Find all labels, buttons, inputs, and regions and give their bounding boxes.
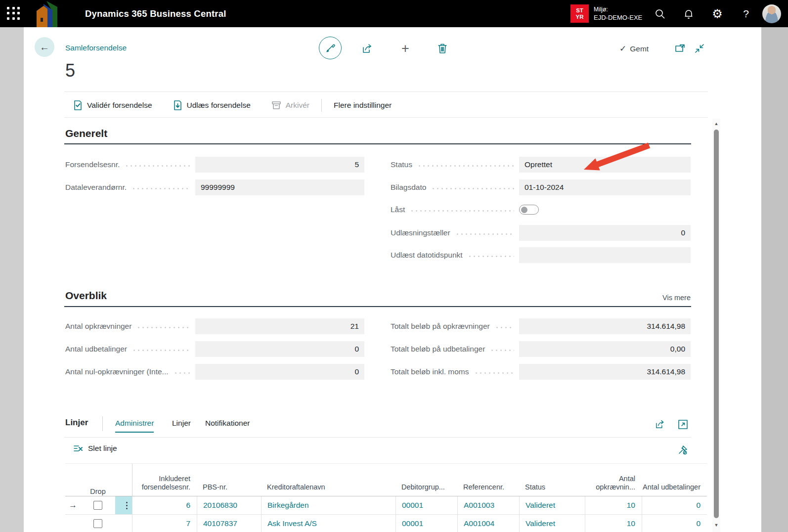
cell-antal-udb[interactable]: 0 [642,496,707,514]
tab-notifikationer[interactable]: Notifikationer [205,419,250,432]
table-row: 7 40107837 Ask Invest A/S 00001 A001004 … [65,515,707,532]
col-drop[interactable]: Drop [81,464,115,496]
general-section-heading: Generelt [65,128,107,139]
status-input[interactable]: Oprettet [519,157,691,173]
dataleverandornr-input[interactable]: 99999999 [195,179,364,195]
col-antal-udbetalinger[interactable]: Antal udbetalinger [642,464,707,496]
cell-kreditor[interactable]: Birkegården [261,496,395,514]
field-total-udbetalinger: Totalt beløb på udbetalinger 0,00 [391,341,691,357]
field-forsendelsesnr: Forsendelsesnr. 5 [65,157,364,173]
save-status-indicator: ✓ Gemt [619,44,649,54]
row-context-menu-icon[interactable] [115,496,132,514]
cell-reference[interactable]: A001004 [457,515,519,532]
bilagsdato-input[interactable]: 01-10-2024 [519,179,691,195]
scrollbar-thumb[interactable] [714,130,719,518]
cell-pbs[interactable]: 20106830 [197,496,261,514]
cell-antal-udb[interactable]: 0 [642,515,707,532]
lines-focus-mode-icon[interactable] [675,417,690,432]
tab-administrer[interactable]: Administrer [115,419,154,433]
page-caption: Samleforsendelse [65,44,127,52]
cell-debitorgrp[interactable]: 00001 [395,515,457,532]
share-button[interactable] [361,41,376,56]
environment-badge[interactable]: STYR [570,4,589,23]
udlaesningstaeller-input[interactable]: 0 [519,225,691,241]
search-icon[interactable] [646,0,674,27]
antal-nul-opkraevninger-value[interactable]: 0 [195,364,364,380]
overview-section-heading: Overblik [65,290,107,302]
forsendelsesnr-input[interactable]: 5 [195,157,364,173]
table-row: → 6 20106830 Birkegården 00001 A001003 V… [65,496,707,515]
total-inkl-moms-value[interactable]: 314.614,98 [519,364,691,380]
new-record-button[interactable]: + [398,41,413,56]
record-title: 5 [65,60,75,81]
pin-part-icon[interactable] [675,443,690,457]
col-inkluderet-forsendelsesnr[interactable]: Inkluderet forsendelsesnr. [132,464,197,496]
help-icon[interactable]: ? [732,0,760,27]
field-antal-udbetalinger: Antal udbetalinger 0 [65,341,364,357]
col-status[interactable]: Status [519,464,585,496]
field-dataleverandornr: Dataleverandørnr. 99999999 [65,179,364,195]
lines-table: Drop Inkluderet forsendelsesnr. PBS-nr. … [65,463,707,532]
cell-status[interactable]: Valideret [519,515,585,532]
archive-button[interactable]: Arkivér [271,100,309,110]
row-checkbox[interactable] [93,519,102,528]
check-icon: ✓ [619,44,626,54]
action-toolbar: Validér forsendelse Udlæs forsendelse Ar… [73,98,392,113]
validate-shipment-button[interactable]: Validér forsendelse [73,100,152,111]
cell-reference[interactable]: A001003 [457,496,519,514]
app-launcher-icon[interactable] [7,7,21,21]
current-row-indicator: → [69,500,77,510]
laast-toggle[interactable] [519,205,539,215]
settings-gear-icon[interactable]: ⚙ [703,0,732,27]
cell-antal-opkr[interactable]: 10 [585,496,642,514]
environment-info[interactable]: Miljø: EJD-DEMO-EXE [594,6,646,21]
page-background-left [0,27,24,532]
col-referencenr[interactable]: Referencenr. [457,464,519,496]
tab-linjer[interactable]: Linjer [172,419,191,432]
cell-kreditor[interactable]: Ask Invest A/S [261,515,395,532]
total-opkraevninger-value[interactable]: 314.614,98 [519,318,691,334]
udlaest-datotidspunkt-input[interactable] [519,247,691,263]
export-shipment-button[interactable]: Udlæs forsendelse [173,100,251,111]
field-udlaest-datotidspunkt: Udlæst datotidspunkt [391,247,691,263]
notifications-bell-icon[interactable] [674,0,703,27]
row-checkbox[interactable] [93,501,102,510]
antal-opkraevninger-value[interactable]: 21 [195,318,364,334]
more-options-button[interactable]: Flere indstillinger [334,101,392,110]
scroll-down-arrow[interactable]: ▼ [712,521,720,529]
field-udlaesningstaeller: Udlæsningstæller 0 [391,225,691,241]
cell-status[interactable]: Valideret [519,496,585,514]
user-avatar[interactable] [762,4,781,23]
company-logo [32,0,62,27]
collapse-page-icon[interactable] [692,41,707,56]
show-more-link[interactable]: Vis mere [662,294,691,302]
edit-button[interactable] [319,37,342,59]
field-total-inkl-moms: Totalt beløb inkl. moms 314.614,98 [391,364,691,380]
app-title: Dynamics 365 Business Central [85,8,226,19]
col-antal-opkraevninger[interactable]: Antal opkrævnin... [585,464,642,496]
field-status: Status Oprettet [391,157,691,173]
lines-share-icon[interactable] [654,417,668,432]
lines-part-heading: Linjer [65,418,88,428]
back-button[interactable]: ← [35,37,54,57]
cell-antal-opkr[interactable]: 10 [585,515,642,532]
col-debitorgruppe[interactable]: Debitorgrup... [395,464,457,496]
open-in-new-window-icon[interactable] [672,41,687,56]
page-background-right [761,27,788,532]
total-udbetalinger-value[interactable]: 0,00 [519,341,691,357]
cell-pbs[interactable]: 40107837 [197,515,261,532]
field-antal-opkraevninger: Antal opkrævninger 21 [65,318,364,334]
cell-inkluderet[interactable]: 6 [132,496,197,514]
field-antal-nul-opkraevninger: Antal nul-opkrævninger (Inte... 0 [65,364,364,380]
col-kreditoraftalenavn[interactable]: Kreditoraftalenavn [261,464,395,496]
scroll-up-arrow[interactable]: ▲ [712,120,720,128]
delete-line-button[interactable]: Slet linje [73,444,117,453]
cell-debitorgrp[interactable]: 00001 [395,496,457,514]
antal-udbetalinger-value[interactable]: 0 [195,341,364,357]
cell-inkluderet[interactable]: 7 [132,515,197,532]
top-navigation-bar: Dynamics 365 Business Central STYR Miljø… [0,0,788,27]
field-laast: Låst [391,204,691,216]
delete-record-button[interactable] [435,41,450,56]
field-total-opkraevninger: Totalt beløb på opkrævninger 314.614,98 [391,318,691,334]
col-pbs-nr[interactable]: PBS-nr. [197,464,261,496]
